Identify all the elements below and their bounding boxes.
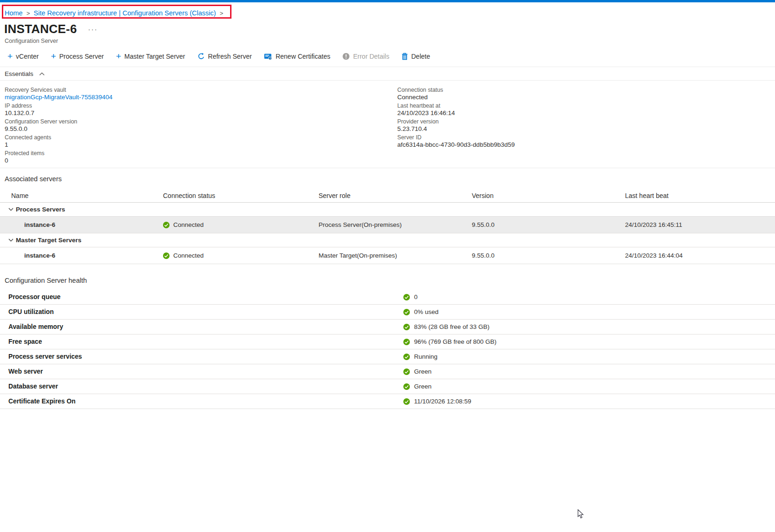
health-row: Processor queue 0 <box>0 290 775 305</box>
divider <box>0 168 775 168</box>
server-name: instance-6 <box>0 221 163 228</box>
server-version: 9.55.0.0 <box>472 221 625 228</box>
last-heartbeat: 24/10/2023 16:45:11 <box>625 221 775 228</box>
chevron-up-icon[interactable] <box>39 72 45 76</box>
success-check-icon <box>403 368 410 375</box>
associated-servers-table: Name Connection status Server role Versi… <box>0 189 775 264</box>
health-value: 0 <box>414 293 418 300</box>
recovery-services-vault-link[interactable]: migrationGcp-MigrateVault-755839404 <box>5 94 397 101</box>
success-check-icon <box>403 324 410 330</box>
field-value: afc6314a-bbcc-4730-90d3-ddb5bb9b3d59 <box>397 141 775 149</box>
connection-status: Connected <box>173 221 204 228</box>
health-row: Available memory 83% (28 GB free of 33 G… <box>0 320 775 334</box>
field-label: Configuration Server version <box>5 118 397 125</box>
refresh-server-button[interactable]: Refresh Server <box>197 53 252 60</box>
plus-icon: + <box>51 53 56 60</box>
health-value: 11/10/2026 12:08:59 <box>414 398 471 405</box>
associated-servers-title: Associated servers <box>5 175 775 183</box>
mouse-cursor <box>578 509 584 521</box>
success-check-icon <box>403 339 410 345</box>
health-row: CPU utilization 0% used <box>0 305 775 320</box>
field-value: 5.23.710.4 <box>397 125 775 133</box>
field-value: 24/10/2023 16:46:14 <box>397 109 775 117</box>
health-row: Database server Green <box>0 379 775 394</box>
server-role: Process Server(On-premises) <box>319 221 472 228</box>
field-label: Protected items <box>5 150 397 157</box>
page-title: INSTANCE-6 <box>4 22 77 36</box>
health-table: Processor queue 0 CPU utilization 0% use… <box>0 290 775 409</box>
refresh-icon <box>197 53 205 60</box>
health-section-title: Configuration Server health <box>5 277 775 284</box>
field-value: 10.132.0.7 <box>5 109 397 117</box>
plus-icon: + <box>7 53 13 60</box>
essentials-label: Essentials <box>5 70 34 77</box>
essentials-left-column: Recovery Services vault migrationGcp-Mig… <box>5 87 397 166</box>
health-value: Green <box>414 383 432 390</box>
health-value: 0% used <box>414 308 439 315</box>
field-label: Last heartbeat at <box>397 102 775 109</box>
essentials-right-column: Connection status Connected Last heartbe… <box>397 87 775 166</box>
trash-icon <box>401 53 408 60</box>
error-details-button[interactable]: Error Details <box>342 53 389 60</box>
health-row: Free space 96% (769 GB free of 800 GB) <box>0 334 775 349</box>
page-subtitle: Configuration Server <box>5 38 775 44</box>
last-heartbeat: 24/10/2023 16:44:04 <box>625 252 775 259</box>
add-vcenter-button[interactable]: + vCenter <box>7 53 39 60</box>
field-label: Connected agents <box>5 134 397 141</box>
health-value: 96% (769 GB free of 800 GB) <box>414 338 496 345</box>
table-row[interactable]: instance-6 Connected Master Target(On-pr… <box>0 247 775 264</box>
renew-certificates-button[interactable]: Renew Certificates <box>264 53 331 60</box>
group-row-master-target-servers[interactable]: Master Target Servers <box>0 233 775 247</box>
success-check-icon <box>403 354 410 360</box>
column-header-connection-status: Connection status <box>163 192 319 199</box>
connection-status: Connected <box>173 252 204 259</box>
table-header-row: Name Connection status Server role Versi… <box>0 189 775 203</box>
column-header-server-role: Server role <box>319 192 472 199</box>
table-row[interactable]: instance-6 Connected Process Server(On-p… <box>0 217 775 233</box>
field-label: IP address <box>5 102 397 109</box>
certificate-icon <box>264 53 272 60</box>
health-row: Process server services Running <box>0 349 775 364</box>
essentials-panel: Recovery Services vault migrationGcp-Mig… <box>0 81 775 168</box>
health-value: Green <box>414 368 432 375</box>
column-header-name: Name <box>0 192 163 199</box>
server-version: 9.55.0.0 <box>472 252 625 259</box>
delete-button[interactable]: Delete <box>401 53 430 60</box>
breadcrumb-separator-icon: > <box>27 10 30 17</box>
group-row-process-servers[interactable]: Process Servers <box>0 203 775 217</box>
field-value: 1 <box>5 141 397 149</box>
server-role: Master Target(On-premises) <box>319 252 472 259</box>
breadcrumb: Home > Site Recovery infrastructure | Co… <box>5 8 775 18</box>
breadcrumb-home-link[interactable]: Home <box>5 9 23 17</box>
azure-top-bar <box>0 0 775 2</box>
breadcrumb-site-recovery-link[interactable]: Site Recovery infrastructure | Configura… <box>34 9 216 17</box>
field-value: Connected <box>397 94 775 101</box>
plus-icon: + <box>116 53 121 60</box>
health-value: Running <box>414 353 437 360</box>
add-process-server-button[interactable]: + Process Server <box>51 53 104 60</box>
add-master-target-server-button[interactable]: + Master Target Server <box>116 53 185 60</box>
field-value: 0 <box>5 157 397 164</box>
field-label: Recovery Services vault <box>5 87 397 94</box>
more-options-button[interactable]: ··· <box>88 25 98 33</box>
server-name: instance-6 <box>0 252 163 259</box>
chevron-down-icon <box>8 208 14 211</box>
field-value: 9.55.0.0 <box>5 125 397 133</box>
success-check-icon <box>403 294 410 300</box>
chevron-down-icon <box>8 239 14 242</box>
command-bar: + vCenter + Process Server + Master Targ… <box>7 51 775 61</box>
field-label: Connection status <box>397 87 775 94</box>
success-check-icon <box>403 398 410 405</box>
breadcrumb-separator-icon: > <box>220 10 224 17</box>
health-value: 83% (28 GB free of 33 GB) <box>414 323 489 330</box>
success-check-icon <box>403 383 410 390</box>
health-row: Certificate Expires On 11/10/2026 12:08:… <box>0 394 775 409</box>
field-label: Server ID <box>397 134 775 141</box>
success-check-icon <box>163 222 170 228</box>
error-icon <box>342 53 350 60</box>
success-check-icon <box>403 309 410 315</box>
health-row: Web server Green <box>0 364 775 379</box>
success-check-icon <box>163 252 170 259</box>
field-label: Provider version <box>397 118 775 125</box>
column-header-version: Version <box>472 192 625 199</box>
